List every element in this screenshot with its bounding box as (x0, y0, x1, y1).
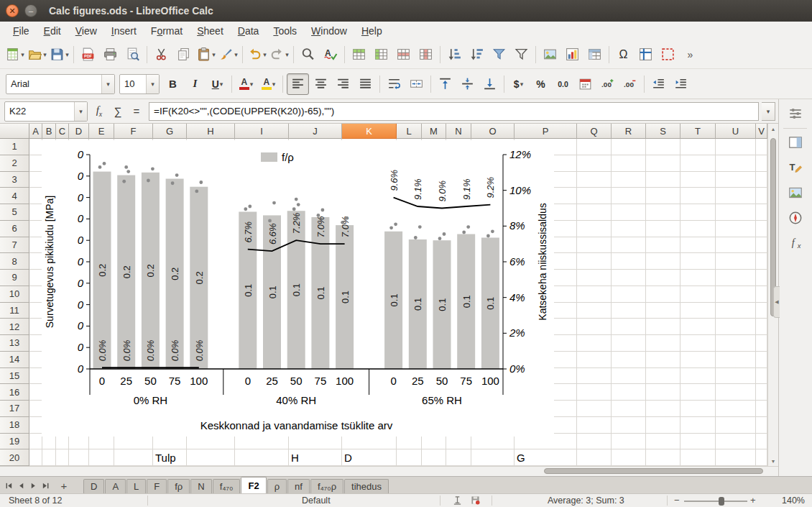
align-justify-button[interactable] (355, 74, 376, 94)
zoom-slider-track[interactable] (684, 501, 747, 502)
menu-insert[interactable]: Insert (104, 23, 144, 39)
column-header-J[interactable]: J (289, 124, 342, 139)
sheet-tab-F2[interactable]: F2 (241, 477, 266, 493)
cell-J20[interactable]: H (289, 449, 299, 466)
menu-sheet[interactable]: Sheet (190, 23, 231, 39)
paste-button[interactable]: ▾ (195, 45, 216, 65)
delete-decimal-button[interactable]: .00 (619, 74, 640, 94)
align-right-button[interactable] (333, 74, 354, 94)
embedded-chart-object[interactable]: 0.20.20.20.20.20.0%0.0%0.0%0.0%0.0%02550… (42, 140, 554, 437)
copy-button[interactable] (173, 45, 194, 65)
menu-file[interactable]: File (6, 23, 37, 39)
row-header-9[interactable]: 9 (0, 270, 29, 286)
row-header-10[interactable]: 10 (0, 286, 29, 303)
functions-button[interactable]: fx (785, 234, 806, 255)
zoom-in-button[interactable]: + (750, 495, 756, 506)
clone-formatting-button[interactable]: ▾ (218, 45, 239, 65)
column-header-B[interactable]: B (42, 124, 56, 139)
menu-format[interactable]: Format (144, 23, 190, 39)
row-header-12[interactable]: 12 (0, 319, 29, 335)
dropdown-arrow-icon[interactable]: ▾ (272, 81, 276, 88)
sidebar-toggle-handle[interactable]: ◀ (773, 286, 780, 318)
chevron-down-icon[interactable]: ▾ (101, 75, 114, 93)
row-header-16[interactable]: 16 (0, 384, 29, 401)
previous-sheet-button[interactable] (15, 478, 27, 493)
sum-button[interactable]: ∑ (109, 102, 127, 121)
menu-view[interactable]: View (68, 23, 104, 39)
open-button[interactable]: ▾ (27, 45, 47, 65)
dropdown-arrow-icon[interactable]: ▾ (263, 51, 267, 58)
column-header-F[interactable]: F (114, 124, 153, 139)
row-header-17[interactable]: 17 (0, 401, 29, 417)
horizontal-scroll-thumb[interactable] (544, 468, 763, 474)
row-header-3[interactable]: 3 (0, 172, 29, 188)
row-header-6[interactable]: 6 (0, 221, 29, 237)
cell-G20[interactable]: Tulp (153, 449, 176, 466)
menu-window[interactable]: Window (304, 23, 354, 39)
selection-mode-icon[interactable] (453, 495, 463, 506)
zoom-out-button[interactable]: − (674, 495, 680, 506)
sheet-tab-nf[interactable]: nf (287, 479, 310, 493)
document-modified-icon[interactable] (471, 495, 481, 506)
insert-chart-button[interactable] (562, 45, 583, 65)
dropdown-arrow-icon[interactable]: ▾ (220, 81, 223, 88)
column-header-P[interactable]: P (515, 124, 577, 139)
increase-indent-button[interactable] (670, 74, 691, 94)
italic-button[interactable]: I (185, 74, 206, 94)
print-area-button[interactable] (658, 45, 678, 65)
format-currency-button[interactable]: $▾ (508, 74, 529, 94)
column-header-Q[interactable]: Q (577, 124, 612, 139)
row-header-15[interactable]: 15 (0, 368, 29, 385)
insert-column-before-button[interactable] (371, 45, 392, 65)
row-header-18[interactable]: 18 (0, 417, 29, 434)
column-header-T[interactable]: T (680, 124, 716, 139)
merge-cells-button[interactable] (406, 74, 427, 94)
row-header-13[interactable]: 13 (0, 335, 29, 352)
center-vertical-button[interactable] (457, 74, 478, 94)
expand-formula-bar-button[interactable]: ▾ (762, 102, 775, 121)
sheet-tab-fρ[interactable]: fρ (167, 479, 190, 493)
overflow-button[interactable]: » (680, 45, 701, 65)
column-header-N[interactable]: N (446, 124, 471, 139)
save-button[interactable]: ▾ (49, 45, 70, 65)
decrease-indent-button[interactable] (648, 74, 669, 94)
dropdown-arrow-icon[interactable]: ▾ (234, 51, 238, 58)
cell-P20[interactable]: G (515, 449, 525, 466)
row-header-4[interactable]: 4 (0, 188, 29, 204)
row-header-8[interactable]: 8 (0, 253, 29, 270)
column-header-E[interactable]: E (89, 124, 114, 139)
add-sheet-button[interactable]: + (56, 478, 72, 493)
row-header-5[interactable]: 5 (0, 204, 29, 221)
spelling-button[interactable]: A (320, 45, 341, 65)
delete-column-button[interactable] (415, 45, 436, 65)
highlight-color-button[interactable]: A▾ (258, 74, 279, 94)
column-header-O[interactable]: O (471, 124, 515, 139)
dropdown-arrow-icon[interactable]: ▾ (212, 51, 216, 58)
styles-button[interactable]: T (785, 159, 806, 179)
font-color-button[interactable]: A▾ (236, 74, 257, 94)
row-header-20[interactable]: 20 (0, 449, 29, 466)
next-sheet-button[interactable] (27, 478, 40, 493)
first-sheet-button[interactable] (3, 478, 15, 493)
align-center-button[interactable] (310, 74, 331, 94)
scroll-down-icon[interactable]: ▼ (768, 456, 778, 466)
column-header-G[interactable]: G (153, 124, 187, 139)
select-all-corner[interactable] (0, 124, 29, 139)
dropdown-arrow-icon[interactable]: ▾ (21, 51, 24, 58)
minimize-button[interactable]: – (24, 4, 37, 17)
sheet-tab-L[interactable]: L (126, 479, 146, 493)
font-name-input[interactable] (6, 78, 101, 89)
sheet-tab-f₄₇₀ρ[interactable]: f₄₇₀ρ (310, 479, 343, 493)
selection-stats[interactable]: Average: 3; Sum: 3 (548, 495, 624, 506)
equals-button[interactable]: = (127, 102, 146, 121)
column-header-D[interactable]: D (69, 124, 89, 139)
sheet-tab-N[interactable]: N (190, 479, 211, 493)
menu-edit[interactable]: Edit (37, 23, 68, 39)
font-size-combo[interactable]: ▾ (119, 74, 160, 94)
column-header-L[interactable]: L (397, 124, 422, 139)
column-header-S[interactable]: S (646, 124, 680, 139)
sheet-tab-D[interactable]: D (83, 479, 104, 493)
align-bottom-button[interactable] (479, 74, 500, 94)
column-header-R[interactable]: R (612, 124, 646, 139)
properties-button[interactable] (785, 134, 806, 154)
